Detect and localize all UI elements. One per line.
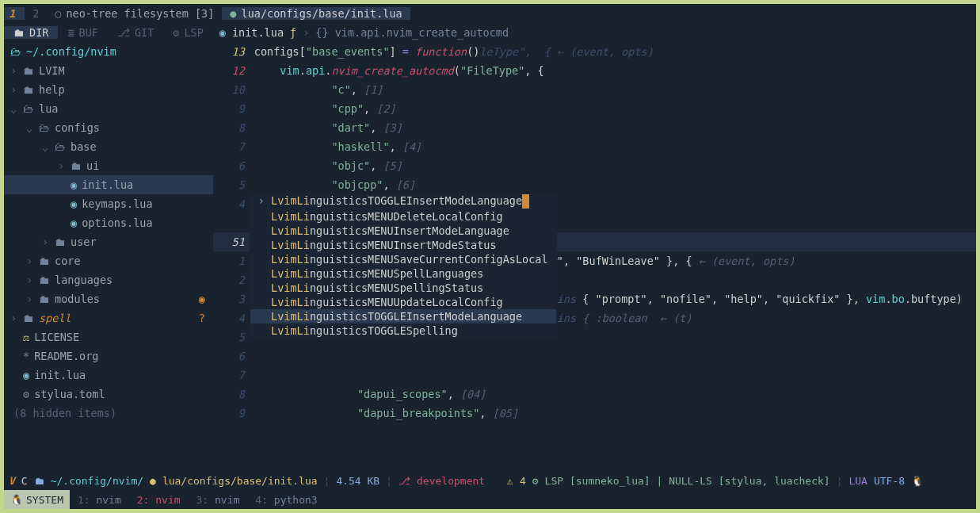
chevron-icon: › [58, 156, 66, 175]
sidebar-tab-git-label: GIT [135, 26, 154, 39]
tree-item[interactable]: ⌄🗁lua [4, 99, 213, 118]
system-badge: 🐧 SYSTEM [4, 490, 70, 509]
status-path: ~/.config/nvim/ [51, 475, 143, 487]
sidebar-tab-lsp[interactable]: ⚙ LSP [163, 26, 213, 39]
sidebar-tab-buf[interactable]: ≣ BUF [58, 26, 108, 39]
tree-root[interactable]: 🗁 ~/.config/nvim [4, 42, 213, 61]
completion-popup[interactable]: › LvimLinguisticsTOGGLEInsertModeLanguag… [250, 193, 557, 339]
system-bar: 🐧 SYSTEM 1: nvim2: nvim3: nvim4: python3 [4, 490, 976, 509]
sidebar-tab-lsp-label: LSP [184, 26, 203, 39]
code-line[interactable]: 5 "objcpp", [6] [213, 175, 976, 194]
tab-index-other[interactable]: 2 [25, 7, 47, 20]
completion-item[interactable]: LvimLinguisticsMENUDeleteLocalConfig [250, 209, 556, 224]
tree-item-label: lua [39, 99, 58, 118]
completion-item[interactable]: LvimLinguisticsMENUInsertModeLanguage [250, 224, 556, 238]
system-tab[interactable]: 1: nvim [70, 494, 129, 506]
folder-open-icon: 🗁 [55, 137, 66, 156]
tab-file[interactable]: ● lua/configs/base/init.lua [222, 7, 410, 20]
code-line[interactable]: 13configs["base_events"] = function()leT… [213, 42, 976, 61]
tree-item[interactable]: ›🖿help [4, 80, 213, 99]
chevron-icon: ⌄ [10, 99, 18, 118]
tree-item[interactable]: ◉keymaps.lua [4, 194, 213, 213]
separator: ¦ [386, 475, 392, 487]
tree-item-label: init.lua [34, 366, 86, 385]
completion-item[interactable]: LvimLinguisticsMENUUpdateLocalConfig [250, 295, 556, 309]
line-number: 51 [213, 235, 254, 248]
tree-item[interactable]: ›🖿modules◉ [4, 289, 213, 308]
lua-icon: ◉ [71, 213, 77, 232]
sidebar-tab-dir[interactable]: 🖿 DIR [4, 26, 58, 39]
code-editor[interactable]: 13configs["base_events"] = function()leT… [213, 42, 976, 471]
completion-item[interactable]: LvimLinguisticsMENUSpellLanguages [250, 266, 556, 281]
system-tab-index: 2: [137, 494, 150, 506]
tree-item-label: base [71, 137, 97, 156]
code-line[interactable]: 8 "dapui_scopes", [04] [213, 385, 976, 404]
completion-item[interactable]: LvimLinguisticsTOGGLEInsertModeLanguage [250, 309, 556, 323]
system-tab-index: 1: [78, 494, 90, 506]
tree-item[interactable]: ›🖿languages [4, 270, 213, 289]
system-tab[interactable]: 2: nvim [129, 494, 189, 506]
breadcrumb[interactable]: ◉ init.lua ƒ › {} vim.api.nvim_create_au… [213, 23, 976, 42]
readme-icon: * [23, 346, 29, 366]
license-icon: ⚖ [23, 327, 29, 346]
tree-item[interactable]: ⌄🗁base [4, 137, 213, 156]
code-line[interactable]: 6 [213, 346, 976, 366]
editor-pane: ◉ init.lua ƒ › {} vim.api.nvim_create_au… [213, 23, 976, 471]
system-tab-label: nvim [96, 494, 120, 506]
chevron-icon: › [26, 270, 34, 289]
sidebar-tab-git[interactable]: ⎇ GIT [108, 26, 163, 39]
completion-item[interactable]: LvimLinguisticsMENUSpellingStatus [250, 281, 556, 295]
mode-indicator: V [9, 475, 15, 487]
gear-icon: ⚙ [23, 385, 29, 404]
chevron-right-icon: › [258, 194, 271, 207]
completion-item[interactable]: LvimLinguisticsMENUInsertModeStatus [250, 238, 556, 252]
tree-item[interactable]: ›🖿core [4, 251, 213, 270]
code-line[interactable]: 9 "dapui_breakpoints", [05] [213, 404, 976, 423]
tree-item[interactable]: ›🖿LVIM [4, 61, 213, 80]
code-line[interactable]: 10 "c", [1] [213, 80, 976, 99]
chevron-icon: › [26, 289, 34, 308]
tab-index-current[interactable]: 1 [4, 7, 25, 20]
system-tab[interactable]: 4: python3 [247, 494, 325, 506]
tab-neotree-label: neo-tree filesystem [3] [66, 7, 214, 20]
tree-item[interactable]: ⚖LICENSE [4, 327, 213, 346]
tree-item-label: user [71, 232, 97, 251]
breadcrumb-symbol: {} vim.api.nvim_create_autocmd [315, 26, 509, 39]
tree-item[interactable]: ◉init.lua [4, 175, 213, 194]
folder-icon: 🖿 [23, 308, 34, 327]
chevron-icon: ⌄ [42, 137, 50, 156]
tree-item-label: stylua.toml [34, 385, 105, 404]
tree-root-label: ~/.config/nvim [26, 42, 116, 61]
folder-open-icon: 🗁 [10, 42, 21, 61]
code-line[interactable]: 8 "dart", [3] [213, 118, 976, 137]
code-line[interactable]: 7 [213, 366, 976, 385]
completion-item[interactable]: LvimLinguisticsTOGGLESpelling [250, 323, 556, 338]
tree-item[interactable]: ›🖿spell? [4, 308, 213, 327]
tree-item[interactable]: ›🖿user [4, 232, 213, 251]
tree-item[interactable]: *README.org [4, 346, 213, 366]
code-line[interactable]: 12 vim.api.nvim_create_autocmd("FileType… [213, 61, 976, 80]
tree-item[interactable]: ⚙stylua.toml [4, 385, 213, 404]
system-tab[interactable]: 3: nvim [189, 494, 248, 506]
tree-item[interactable]: ›🖿ui [4, 156, 213, 175]
code-line[interactable]: 9 "cpp", [2] [213, 99, 976, 118]
completion-item[interactable]: › LvimLinguisticsTOGGLEInsertModeLanguag… [250, 193, 556, 209]
system-tab-index: 4: [255, 494, 268, 506]
tree-item[interactable]: ⌄🗁configs [4, 118, 213, 137]
code-line[interactable]: 6 "objc", [5] [213, 156, 976, 175]
folder-icon: 🖿 [55, 232, 66, 251]
tree-item[interactable]: ◉init.lua [4, 366, 213, 385]
completion-item[interactable]: LvimLinguisticsMENUSaveCurrentConfigAsLo… [250, 252, 556, 266]
status-branch: development [417, 475, 485, 487]
warning-icon: ⚠ [507, 475, 513, 487]
tree-item-label: ui [86, 156, 99, 175]
tab-neotree[interactable]: ○ neo-tree filesystem [3] [47, 7, 222, 20]
file-tree[interactable]: 🗁 ~/.config/nvim ›🖿LVIM›🖿help⌄🗁lua⌄🗁conf… [4, 42, 213, 471]
code-line[interactable]: 7 "haskell", [4] [213, 137, 976, 156]
lua-icon: ◉ [71, 175, 77, 194]
tree-item-label: help [39, 80, 65, 99]
question-icon: ? [199, 308, 205, 327]
tree-item[interactable]: ◉options.lua [4, 213, 213, 232]
line-number: 10 [213, 83, 254, 96]
tree-item-label: configs [55, 118, 100, 137]
